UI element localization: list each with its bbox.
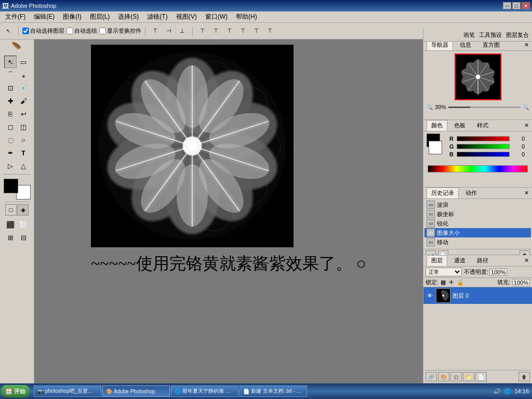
menu-item-help[interactable]: 帮助(H) [232, 11, 261, 22]
screen-mode-1[interactable]: ⬛ [4, 218, 17, 231]
delete-layer-btn[interactable]: 🗑 [518, 372, 530, 381]
tab-history[interactable]: 历史记录 [427, 188, 459, 198]
show-transform-check[interactable]: 显示变换控件 [99, 27, 141, 35]
history-item-0[interactable]: ▭波浪 [424, 200, 531, 209]
color-close[interactable]: ✕ [524, 122, 529, 129]
lock-pixel-btn[interactable]: ▦ [441, 279, 446, 286]
pen-tool[interactable]: ✒ [4, 147, 17, 159]
menu-item-file[interactable]: 文件(F) [1, 11, 30, 22]
zoom-in-icon[interactable]: 🔍 [523, 104, 529, 110]
layer-item-0[interactable]: 👁 图层 0 [423, 287, 532, 304]
start-button[interactable]: 🪟 开始 [1, 385, 30, 397]
fill-value[interactable]: 100% [512, 279, 530, 286]
tab-color[interactable]: 颜色 [427, 120, 447, 131]
quick-mask-mode[interactable]: ◈ [17, 204, 29, 216]
brush-tool[interactable]: 🖌 [17, 95, 30, 107]
standard-mode[interactable]: □ [5, 204, 17, 216]
tab-actions[interactable]: 动作 [461, 188, 482, 198]
new-layer-btn[interactable]: 📄 [475, 372, 487, 381]
tray-icon-2[interactable]: 🌐 [503, 388, 512, 395]
history-item-4[interactable]: ▭移动 [424, 237, 531, 247]
maximize-button[interactable]: □ [512, 2, 521, 9]
link-layers-btn[interactable]: 🔗 [425, 372, 437, 381]
dodge-tool[interactable]: ○ [17, 134, 30, 146]
lock-all-btn[interactable]: 🔒 [457, 279, 464, 286]
dist-btn1[interactable]: ⊤ [196, 25, 209, 37]
blend-mode-select[interactable]: 正常 [425, 268, 462, 276]
color-swatches[interactable] [4, 179, 31, 200]
history-item-1[interactable]: ▭极坐标 [424, 209, 531, 219]
tab-styles[interactable]: 样式 [472, 120, 493, 131]
extra-tool-1[interactable]: ⊞ [4, 231, 17, 244]
menu-item-layer[interactable]: 图层(L) [86, 11, 114, 22]
tool-preset-label[interactable]: 工具预设 [479, 31, 502, 39]
menu-item-filter[interactable]: 滤镜(T) [143, 11, 171, 22]
path-tool[interactable]: ▷ [4, 159, 17, 172]
layer-visibility-toggle[interactable]: 👁 [425, 291, 434, 300]
menu-item-window[interactable]: 窗口(W) [201, 11, 232, 22]
gradient-tool[interactable]: ◫ [17, 121, 30, 133]
clone-tool[interactable]: ⎘ [4, 108, 17, 120]
tab-channels[interactable]: 通道 [449, 255, 470, 266]
history-brush[interactable]: ↩ [17, 108, 30, 120]
dist-btn3[interactable]: ⊤ [223, 25, 236, 37]
lock-pos-btn[interactable]: ✛ [449, 279, 454, 286]
dist-btn2[interactable]: ⊤ [210, 25, 222, 37]
taskbar-item-1[interactable]: 🎨Adobe Photoshop [102, 385, 170, 397]
blur-tool[interactable]: ◌ [4, 134, 17, 146]
layers-close[interactable]: ✕ [524, 257, 529, 264]
menu-item-view[interactable]: 视图(V) [172, 11, 201, 22]
tray-icon-1[interactable]: 🔊 [493, 388, 502, 395]
taskbar-item-2[interactable]: 🌐那年夏天宁静的海 ... [171, 385, 238, 397]
navigator-close[interactable]: ✕ [524, 42, 529, 48]
background-color-swatch[interactable] [16, 185, 31, 200]
auto-select-layer-check[interactable]: 自动选择图层 [22, 27, 64, 35]
history-close[interactable]: ✕ [524, 190, 529, 196]
add-mask-btn[interactable]: ◻ [450, 372, 462, 381]
align-btn3[interactable]: ⊥ [176, 25, 189, 37]
extra-tool-2[interactable]: ⊟ [17, 231, 30, 244]
menu-item-image[interactable]: 图像(I) [59, 11, 85, 22]
tab-swatches[interactable]: 色板 [449, 120, 470, 131]
lasso-tool[interactable]: ⌒ [4, 69, 17, 81]
crop-tool[interactable]: ⊡ [4, 82, 17, 94]
align-btn2[interactable]: ⊣ [163, 25, 175, 37]
foreground-color-swatch[interactable] [4, 179, 18, 193]
align-btn1[interactable]: ⊤ [149, 25, 162, 37]
dist-btn5[interactable]: ⊤ [250, 25, 263, 37]
selection-tool[interactable]: ▭ [17, 56, 30, 68]
new-group-btn[interactable]: 📁 [463, 372, 474, 381]
dist-btn4[interactable]: ⊤ [237, 25, 249, 37]
b-slider[interactable] [457, 152, 510, 157]
move-tool-options[interactable]: ↖ [2, 25, 15, 37]
g-slider[interactable] [457, 144, 510, 149]
close-button[interactable]: ✕ [522, 2, 530, 9]
text-tool[interactable]: T [17, 147, 30, 159]
screen-mode-2[interactable]: ⬜ [17, 218, 30, 231]
tab-layers[interactable]: 图层 [427, 255, 447, 266]
quick-select-tool[interactable]: ⁎ [17, 69, 30, 81]
background-color[interactable] [429, 141, 442, 154]
brush-tool-label[interactable]: 画笔 [463, 31, 475, 39]
history-item-3[interactable]: ▭图像大小 [424, 228, 531, 237]
menu-item-edit[interactable]: 编辑(E) [30, 11, 59, 22]
opacity-value[interactable]: 100% [489, 269, 507, 276]
tab-paths[interactable]: 路径 [472, 255, 493, 266]
eyedropper-tool[interactable]: 💉 [17, 82, 30, 94]
color-spectrum[interactable] [428, 165, 528, 172]
menu-item-select[interactable]: 选择(S) [114, 11, 143, 22]
add-style-btn[interactable]: 🎨 [438, 372, 449, 381]
layer-comp-label[interactable]: 图层复合 [506, 31, 529, 39]
eraser-tool[interactable]: ◻ [4, 121, 17, 133]
history-item-2[interactable]: ▭锐化 [424, 219, 531, 228]
taskbar-item-0[interactable]: 📷photoshop吧_百度... [34, 385, 101, 397]
r-slider[interactable] [457, 136, 510, 141]
taskbar-item-3[interactable]: 📄新建 文本文档 .txt - ... [240, 385, 307, 397]
minimize-button[interactable]: ─ [503, 2, 511, 9]
dist-btn6[interactable]: ⊤ [264, 25, 276, 37]
move-tool[interactable]: ↖ [4, 56, 17, 68]
auto-select-group-check[interactable]: 自动选组 [66, 27, 97, 35]
zoom-out-icon[interactable]: 🔍 [427, 104, 433, 110]
healing-tool[interactable]: ✚ [4, 95, 17, 107]
shape-tool[interactable]: △ [17, 159, 30, 172]
